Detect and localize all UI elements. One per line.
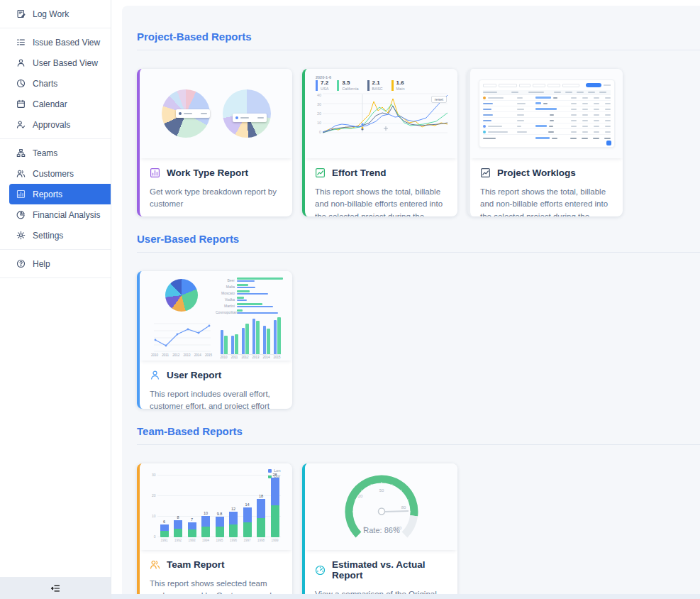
sidebar-item-customers[interactable]: Customers [0,163,111,184]
pie-tooltip [176,109,210,118]
sidebar-item-label: Reports [33,189,62,199]
user-icon [16,58,26,67]
log-work-icon [16,9,26,18]
reset-button: reset [431,96,447,103]
sidebar-group-help: Help [0,250,111,278]
card-team-report[interactable]: Lon Dor 30 20 10 0 6 8 [137,463,292,599]
sidebar: Log Work Issue Based View User Based Vie… [0,0,111,599]
cards-row: Beer Malta Moscato Vodka Martini Cosmopo… [137,271,700,409]
svg-text:50: 50 [379,488,384,493]
y-axis-ticks: 403020100 [316,93,323,134]
grouped-bar-chart-preview: 201020112012201320142015 [221,318,281,359]
reports-panel: Project-Based Reports [122,6,700,599]
section-project-based: Project-Based Reports [137,30,700,216]
card-title: Project Worklogs [497,167,576,178]
user-check-icon [16,120,26,129]
sidebar-item-label: User Based View [33,58,98,68]
card-effort-trend[interactable]: 2020-1-6 7.2USA 3.5California 2.1BASC 1.… [302,69,457,216]
sidebar-item-approvals[interactable]: Approvals [0,114,111,135]
sidebar-footer [0,577,111,599]
section-user-based: User-Based Reports Beer Malta Moscato Vo… [137,232,700,409]
sidebar-item-settings[interactable]: Settings [0,225,111,246]
section-title: Team-Based Reports [137,424,700,438]
project-worklogs-thumbnail [470,69,623,158]
card-project-worklogs[interactable]: Project Worklogs This report shows the t… [467,69,623,216]
line-chart-icon [315,167,326,178]
section-team-based: Team-Based Reports Lon Dor 30 20 [137,424,700,599]
card-title: Work Type Report [167,167,248,178]
card-description: Get work type breakdown report by custom… [150,186,282,211]
sidebar-item-label: Charts [33,79,57,89]
sidebar-item-label: Financial Analysis [33,210,100,220]
card-title: Team Report [167,559,225,570]
sidebar-item-financial-analysis[interactable]: Financial Analysis [0,204,111,225]
card-user-report[interactable]: Beer Malta Moscato Vodka Martini Cosmopo… [137,271,292,409]
gauge-thumbnail: 0 20 50 80 100 Rate: 86% [305,463,457,550]
gauge-rate-label: Rate: 86% [363,526,400,534]
user-report-thumbnail: Beer Malta Moscato Vodka Martini Cosmopo… [140,271,292,361]
worklog-table-row [483,101,611,106]
user-icon [150,370,160,380]
card-title: User Report [167,370,221,380]
sidebar-group-views: Issue Based View User Based View Charts … [0,28,111,139]
pie-tooltip [233,114,267,122]
help-icon [16,259,26,268]
preview-date: 2020-1-6 [316,75,448,79]
card-work-type-report[interactable]: Work Type Report Get work type breakdown… [137,69,292,216]
sidebar-item-label: Settings [33,231,63,241]
section-divider [137,252,700,253]
line-chart-preview: 201020112012201320142015 [148,317,216,361]
line-chart-preview [323,93,448,134]
sidebar-item-label: Log Work [33,9,69,19]
pie-chart-preview [165,279,198,312]
sidebar-item-calendar[interactable]: Calendar [0,94,111,114]
bar-chart-icon [150,167,160,178]
gear-icon [16,231,26,240]
section-divider [137,444,700,445]
card-title: Effort Trend [332,167,387,178]
sidebar-item-label: Approvals [33,120,70,130]
worklog-table-preview [479,79,615,148]
line-chart-icon [480,167,491,178]
worklog-table-row [483,129,611,135]
sidebar-item-reports[interactable]: Reports [9,184,111,204]
main-area: Project-Based Reports [111,0,700,599]
gauge-chart-preview: 0 20 50 80 100 Rate: 86% [318,466,445,547]
sidebar-item-label: Help [33,259,50,269]
sidebar-item-user-based-view[interactable]: User Based View [0,53,111,73]
worklog-table-row [483,118,611,123]
collapse-sidebar-icon[interactable] [50,583,60,593]
sidebar-item-help[interactable]: Help [0,253,111,274]
worklog-table-row [483,112,611,118]
section-title: User-Based Reports [137,232,700,246]
team-report-thumbnail: Lon Dor 30 20 10 0 6 8 [140,463,292,550]
svg-text:80: 80 [401,505,406,510]
sidebar-item-charts[interactable]: Charts [0,73,111,94]
sidebar-item-label: Issue Based View [33,38,100,48]
card-estimated-vs-actual[interactable]: 0 20 50 80 100 Rate: 86% Estimated vs. [302,463,457,599]
section-divider [137,50,700,50]
sidebar-item-issue-based-view[interactable]: Issue Based View [0,32,111,53]
stacked-bar-chart-preview: Lon Dor 30 20 10 0 6 8 [148,465,285,549]
svg-text:20: 20 [357,494,362,498]
sidebar-item-label: Customers [33,169,74,179]
effort-trend-thumbnail: 2020-1-6 7.2USA 3.5California 2.1BASC 1.… [305,69,457,158]
report-chart-icon [16,189,26,199]
filter-button [586,83,601,87]
sitemap-icon [16,148,26,158]
sidebar-group-admin: Teams Customers Reports Financial Analys… [0,139,111,250]
bottom-scroll-strip [111,594,700,599]
card-description: This report shows the total, billable an… [315,186,448,216]
table-action-button [606,141,611,145]
sidebar-item-teams[interactable]: Teams [0,143,111,163]
calendar-icon [16,99,26,109]
sidebar-item-log-work[interactable]: Log Work [0,4,111,24]
preview-legend: 7.2USA 3.5California 2.1BASC 1.6Main [316,80,448,91]
card-description: This report includes overall effort, cus… [150,388,282,409]
x-axis-labels: 199119921993199419951996199719981999 [160,539,281,542]
list-icon [16,38,26,47]
card-description: This report shows the total, billable an… [480,186,613,216]
cards-row: Work Type Report Get work type breakdown… [137,69,700,216]
gauge-icon [315,565,326,576]
sidebar-item-label: Calendar [33,99,67,109]
